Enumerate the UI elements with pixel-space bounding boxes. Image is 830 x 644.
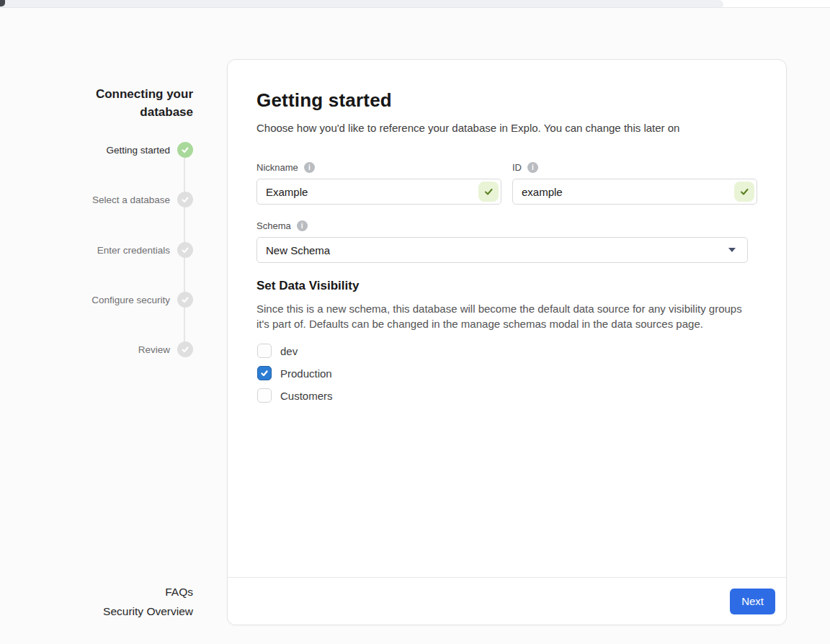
checkbox-checked[interactable] <box>257 366 272 380</box>
check-circle-icon <box>177 192 193 207</box>
valid-check-icon <box>478 182 499 202</box>
info-icon[interactable]: i <box>527 162 538 173</box>
step-select-a-database[interactable]: Select a database <box>92 192 193 207</box>
schema-selected-value: New Schema <box>266 244 330 256</box>
checkbox-row-customers[interactable]: Customers <box>256 388 757 403</box>
chevron-down-icon <box>728 248 736 252</box>
nickname-field: Nickname i <box>256 162 501 205</box>
checkbox-unchecked[interactable] <box>257 344 272 358</box>
step-label: Enter credentials <box>97 245 170 256</box>
step-getting-started[interactable]: Getting started <box>106 142 193 158</box>
step-label: Getting started <box>106 145 170 156</box>
check-circle-icon <box>177 292 193 308</box>
checkbox-row-production[interactable]: Production <box>256 365 757 381</box>
data-visibility-title: Set Data Visibility <box>256 279 757 293</box>
nickname-input[interactable] <box>256 179 501 205</box>
checkbox-unchecked[interactable] <box>257 388 272 403</box>
id-field: ID i <box>512 162 757 205</box>
wizard-footer: Next <box>228 577 786 625</box>
wizard-card: Getting started Choose how you'd like to… <box>227 59 787 625</box>
wizard-sidebar: Connecting your database Getting started… <box>0 0 193 644</box>
checkbox-label: Customers <box>280 390 333 402</box>
faqs-link[interactable]: FAQs <box>165 584 193 600</box>
nickname-label: Nickname <box>256 162 298 173</box>
info-icon[interactable]: i <box>297 220 308 231</box>
security-overview-link[interactable]: Security Overview <box>103 604 193 620</box>
schema-select[interactable]: New Schema <box>256 237 748 263</box>
sidebar-title: Connecting your database <box>63 85 193 121</box>
id-label: ID <box>512 162 522 173</box>
schema-field: Schema i New Schema <box>256 220 748 263</box>
page-title: Getting started <box>256 87 757 113</box>
step-enter-credentials[interactable]: Enter credentials <box>97 242 193 258</box>
step-label: Review <box>138 344 170 355</box>
schema-label: Schema <box>256 220 291 231</box>
info-icon[interactable]: i <box>304 162 315 173</box>
checkbox-label: dev <box>280 345 298 357</box>
checkbox-row-dev[interactable]: dev <box>256 343 757 359</box>
step-review[interactable]: Review <box>138 341 193 357</box>
step-label: Select a database <box>92 194 170 205</box>
data-visibility-description: Since this is a new schema, this databas… <box>256 301 752 331</box>
step-configure-security[interactable]: Configure security <box>92 292 193 308</box>
next-button[interactable]: Next <box>730 589 775 614</box>
check-circle-icon <box>177 242 193 258</box>
check-circle-icon <box>177 142 193 158</box>
id-input[interactable] <box>512 179 757 205</box>
sidebar-links: FAQs Security Overview <box>103 584 193 620</box>
step-label: Configure security <box>92 295 170 305</box>
page-subtitle: Choose how you'd like to reference your … <box>256 120 757 136</box>
check-circle-icon <box>177 341 193 357</box>
checkbox-label: Production <box>280 367 332 380</box>
visibility-groups-list: dev Production Customers <box>256 343 757 403</box>
valid-check-icon <box>734 182 754 202</box>
